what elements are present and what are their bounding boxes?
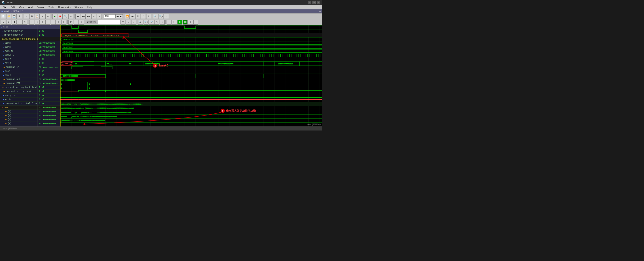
menu-add[interactable]: Add xyxy=(26,5,34,10)
wave-mode-btn1[interactable]: 3+ xyxy=(68,20,73,25)
rewind-button[interactable]: ⤺ xyxy=(92,14,96,19)
menu-edit[interactable]: Edit xyxy=(9,5,17,10)
run-button[interactable]: ▶ xyxy=(52,14,57,19)
list-item[interactable]: ▸ pop_i xyxy=(0,73,38,78)
search-go-button[interactable]: ▼ xyxy=(120,20,126,25)
menu-tools[interactable]: Tools xyxy=(47,5,56,10)
list-item[interactable]: ▸ accept_o xyxy=(0,94,38,98)
menu-file[interactable]: File xyxy=(1,5,8,10)
wave-mode-btn2[interactable]: ↔ xyxy=(74,20,79,25)
print-button[interactable]: 🖨 xyxy=(17,14,22,19)
wave-format-button[interactable]: ⊓ xyxy=(22,20,27,25)
zoom-out-button[interactable]: 🔍- xyxy=(158,14,164,19)
list-item[interactable]: +▸ command_PRE xyxy=(0,82,38,86)
svg-rect-2 xyxy=(60,25,322,126)
list-item-group[interactable]: ▾ ram xyxy=(0,106,38,110)
title-bar-controls[interactable]: − □ × xyxy=(308,1,320,4)
list-item[interactable]: ▸ rst_i xyxy=(0,61,38,65)
maximize-button[interactable]: □ xyxy=(312,1,316,4)
zoom-prev-button[interactable]: ◁ xyxy=(160,20,164,25)
align-btn6[interactable]: ⊧ xyxy=(56,20,61,25)
marker-btn5[interactable]: ↕ xyxy=(188,20,193,25)
minimize-button[interactable]: − xyxy=(308,1,311,4)
cut-button[interactable]: ✂ xyxy=(24,14,29,19)
list-item[interactable]: ▸ DEPTH xyxy=(0,45,38,49)
list-item[interactable]: +▸ [3] xyxy=(0,110,38,114)
redo-button[interactable]: ↪ xyxy=(46,14,50,19)
list-item[interactable]: ▸ COUNT_W xyxy=(0,53,38,57)
menu-window[interactable]: Window xyxy=(73,5,85,10)
marker-btn3[interactable]: ■ xyxy=(177,20,182,25)
wave-btn1[interactable]: ↑ xyxy=(141,14,146,19)
copy-button[interactable]: ⧉ xyxy=(29,14,34,19)
zoom-fit-button[interactable]: ⊞ xyxy=(164,14,169,19)
zoom-in-button[interactable]: 🔍+ xyxy=(153,14,158,19)
list-item[interactable]: +▸ wr_ptr xyxy=(0,126,38,126)
zoom-select-button[interactable]: ⊡ xyxy=(154,20,159,25)
list-item[interactable]: ▸ awfifo_empty_w xyxy=(0,29,38,33)
align-btn4[interactable]: ⊥ xyxy=(46,20,50,25)
list-item[interactable]: +▸ [1] xyxy=(0,118,38,122)
step-back-button[interactable]: ◀◀ xyxy=(81,14,86,19)
list-item[interactable]: +▸ pre_active_req_bank_last xyxy=(0,86,38,90)
config-button[interactable]: ⚙ xyxy=(68,14,73,19)
align-right-button[interactable]: ⊣ xyxy=(35,20,40,25)
menu-bookmarks[interactable]: Bookmarks xyxy=(56,5,72,10)
marker-btn4[interactable]: ■■ xyxy=(183,20,188,25)
undo-button[interactable]: ↩ xyxy=(40,14,45,19)
new-button[interactable]: 📄 xyxy=(1,14,6,19)
list-item[interactable]: ▸ valid_o xyxy=(0,98,38,102)
align-btn5[interactable]: ⊦ xyxy=(51,20,56,25)
open-button[interactable]: 📂 xyxy=(6,14,11,19)
search-prev-button[interactable]: ◁ xyxy=(126,20,131,25)
list-item[interactable]: +▸ pre_active_req_bank xyxy=(0,90,38,94)
bar-cursor-button[interactable]: ▐ xyxy=(12,20,16,25)
list-item[interactable]: ▸ arfifo_empty_w xyxy=(0,33,38,37)
wave-title-resize[interactable]: ⊡ xyxy=(319,10,321,13)
search-input[interactable] xyxy=(98,20,120,24)
list-item[interactable]: +▸ [2] xyxy=(0,114,38,118)
align-btn7[interactable]: ⊩ xyxy=(62,20,66,25)
menu-help[interactable]: Help xyxy=(86,5,94,10)
list-item[interactable]: +▸ [0] xyxy=(0,122,38,126)
time-input[interactable]: 100 xyxy=(104,14,115,18)
list-item[interactable]: ▸ WIDTH xyxy=(0,41,38,45)
zoom-plus-button[interactable]: 🔍+ xyxy=(144,20,148,25)
wave-panel[interactable]: 00000035 00000004 00000002 00000003 xyxy=(60,25,322,126)
align-left-button[interactable]: ⊢ xyxy=(29,20,34,25)
forward-button[interactable]: ⤻ xyxy=(97,14,102,19)
time-unit-select[interactable]: ns ps us xyxy=(116,14,123,18)
step-button[interactable]: ⏭ xyxy=(130,14,135,19)
list-item[interactable]: ▸ push_i xyxy=(0,69,38,73)
close-button[interactable]: × xyxy=(317,1,320,4)
timeline-button[interactable]: ⊨ xyxy=(17,20,22,25)
menu-view[interactable]: View xyxy=(17,5,26,10)
wave-mode-btn3[interactable]: ◎ xyxy=(79,20,84,25)
menu-format[interactable]: Format xyxy=(35,5,46,10)
step-forward-button[interactable]: ▶▶ xyxy=(86,14,91,19)
cursor-button[interactable]: ↖ xyxy=(1,20,6,25)
search-next-button[interactable]: ▷ xyxy=(131,20,136,25)
val: 53'b0000000000... xyxy=(39,111,60,113)
save-button[interactable]: 💾 xyxy=(12,14,16,19)
list-item[interactable]: +▸ command_out xyxy=(0,78,38,82)
wave-btn2[interactable]: ↓ xyxy=(146,14,151,19)
list-item[interactable]: ▸ ADDR_W xyxy=(0,49,38,53)
zoom-minus-button[interactable]: 🔍− xyxy=(138,20,143,25)
list-item-group[interactable]: ▾ sim:/aximaster_to_ddr3axi_tb/... xyxy=(0,37,38,41)
list-item[interactable]: +▸ command_in xyxy=(0,65,38,69)
restart-button[interactable]: ⏮ xyxy=(75,14,80,19)
marker-btn2[interactable]: || xyxy=(172,20,177,25)
zoom-full-button[interactable]: 🔎 xyxy=(149,20,154,25)
align-btn3[interactable]: ⊤ xyxy=(40,20,45,25)
marker-btn6[interactable]: ↔ xyxy=(194,20,198,25)
list-item[interactable]: ▸ clk_j xyxy=(0,57,38,61)
break-button[interactable]: ⏸ xyxy=(136,14,140,19)
list-item[interactable]: ▸ command_write_intofifo_o xyxy=(0,102,38,106)
paste-button[interactable]: 📋 xyxy=(35,14,40,19)
marker-btn1[interactable]: | xyxy=(166,20,172,25)
stop-button[interactable]: ⏹ xyxy=(58,14,62,19)
zoom-cursor-button[interactable]: ⊕ xyxy=(6,20,11,25)
find-button[interactable]: 🔍 xyxy=(63,14,68,19)
run-all-button[interactable]: ⏩ xyxy=(125,14,130,19)
